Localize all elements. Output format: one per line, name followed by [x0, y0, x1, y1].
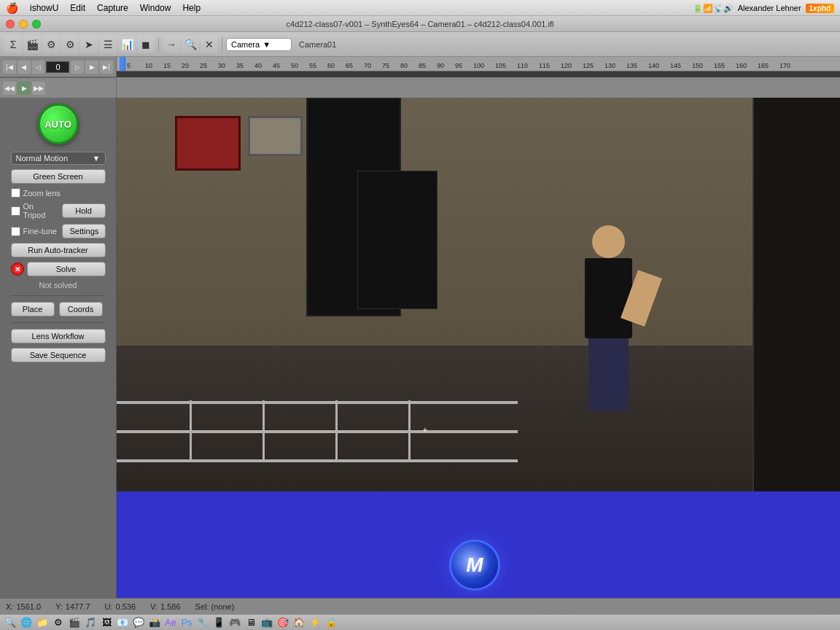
maximize-button[interactable] [32, 20, 41, 28]
toolbar-sum-icon[interactable]: Σ [4, 36, 22, 53]
fine-tune-checkbox[interactable] [11, 227, 20, 236]
dock-messages-icon[interactable]: 💬 [131, 615, 146, 630]
dock-prefs-icon[interactable]: ⚙ [51, 615, 66, 630]
dock-photos-icon[interactable]: 🖼 [99, 615, 114, 630]
solve-button[interactable]: Solve [27, 262, 106, 276]
dock-folder-icon[interactable]: 📁 [35, 615, 50, 630]
dock-tv-icon[interactable]: 📺 [260, 615, 274, 630]
panel-divider-1 [11, 295, 106, 296]
dock-phone-icon[interactable]: 📱 [211, 615, 226, 630]
toolbar-cog-icon[interactable]: ⚙ [61, 36, 79, 53]
toolbar-arrow-icon[interactable]: ➤ [80, 36, 98, 53]
toolbar-sep1 [158, 37, 159, 52]
transport-controls: |◀ ◀ ◁ 0 ▷ ▶ ▶| [0, 57, 117, 77]
menu-edit[interactable]: Edit [70, 3, 85, 13]
camera-dropdown[interactable]: Camera ▼ [226, 38, 292, 51]
dock-lightning-icon[interactable]: ⚡ [308, 615, 322, 630]
toolbar-search-icon[interactable]: 🔍 [182, 36, 199, 53]
tripod-checkbox-row: On Tripod [11, 202, 58, 219]
playback-controls: ◀◀ ▶ ▶▶ [0, 77, 117, 98]
person-head [592, 225, 625, 258]
close-button[interactable] [6, 20, 15, 28]
field-right-btn[interactable]: ▷ [71, 61, 84, 74]
dock-ps-icon[interactable]: Ps [179, 615, 194, 630]
dock-camera-icon[interactable]: 📸 [147, 615, 162, 630]
dock-game-icon[interactable]: 🎮 [228, 615, 242, 630]
status-u: U: 0.536 [105, 602, 136, 611]
timeline-ruler[interactable]: 5 10 15 20 25 30 35 40 45 50 55 60 65 70… [117, 57, 840, 71]
hold-button[interactable]: Hold [62, 203, 106, 218]
ruler-num-95: 95 [455, 62, 462, 69]
camera-view[interactable]: + [117, 98, 840, 491]
prev-end-btn[interactable]: |◀ [3, 61, 16, 74]
ruler-num-85: 85 [419, 62, 426, 69]
menu-window[interactable]: Window [140, 3, 171, 13]
logo-overlay: M [449, 540, 508, 598]
ruler-num-115: 115 [539, 62, 550, 69]
toolbar-arrow-right-icon[interactable]: → [163, 36, 180, 53]
apple-menu[interactable]: 🍎 [6, 2, 18, 14]
dock-music-icon[interactable]: 🎵 [83, 615, 98, 630]
menu-icons: 🔋📶📡🔊 [693, 4, 734, 13]
auto-button-label: AUTO [44, 119, 71, 130]
status-y: Y: 1477.7 [55, 602, 90, 611]
railing-top [117, 401, 518, 404]
toolbar-layers-icon[interactable]: ◼ [137, 36, 155, 53]
lens-workflow-button[interactable]: Lens Workflow [11, 329, 106, 343]
status-bar: X: 1561.0 Y: 1477.7 U: 0.536 V: 1.586 Se… [0, 598, 840, 614]
ruler-num-145: 145 [670, 62, 681, 69]
status-x: X: 1561.0 [6, 602, 41, 611]
play-btn[interactable]: ▶ [18, 82, 31, 95]
ruler-num-125: 125 [583, 62, 594, 69]
window-title: c4d212-class07-v001 – SynthEyes64 – Came… [287, 20, 554, 28]
place-button[interactable]: Place [11, 302, 55, 316]
save-sequence-button[interactable]: Save Sequence [11, 348, 106, 362]
zoom-lens-checkbox[interactable] [11, 188, 20, 198]
post-2 [262, 400, 265, 462]
menu-ishowu[interactable]: ishowU [30, 3, 58, 13]
toolbar-list-icon[interactable]: ☰ [99, 36, 117, 53]
tripod-row: On Tripod Hold [11, 202, 106, 219]
auto-button[interactable]: AUTO [38, 104, 79, 144]
status-v: V: 1.586 [150, 602, 181, 611]
dock-browser-icon[interactable]: 🌐 [19, 615, 34, 630]
on-tripod-checkbox[interactable] [11, 206, 20, 216]
post-1 [190, 400, 192, 462]
settings-button[interactable]: Settings [62, 224, 106, 238]
dock-target-icon[interactable]: 🎯 [276, 615, 290, 630]
playhead[interactable] [120, 57, 125, 71]
minimize-button[interactable] [19, 20, 28, 28]
solve-error-icon[interactable]: ✕ [11, 262, 24, 276]
toolbar-chart-icon[interactable]: 📊 [118, 36, 136, 53]
ruler-num-30: 30 [218, 62, 225, 69]
dock-ae-icon[interactable]: Ae [163, 615, 178, 630]
prev-btn[interactable]: ◀ [18, 61, 31, 74]
dock-cinema4d-icon[interactable]: 🎬 [67, 615, 82, 630]
next-end-btn[interactable]: ▶| [100, 61, 113, 74]
motion-type-dropdown[interactable]: Normal Motion ▼ [11, 152, 106, 165]
green-screen-button[interactable]: Green Screen [11, 169, 106, 184]
frame-number-input[interactable]: 0 [46, 61, 69, 73]
fast-forward-btn[interactable]: ▶▶ [32, 82, 45, 95]
solve-row: ✕ Solve [11, 262, 106, 276]
coords-button[interactable]: Coords [59, 302, 103, 316]
dock-mail-icon[interactable]: 📧 [115, 615, 130, 630]
menu-help[interactable]: Help [182, 3, 201, 13]
next-btn[interactable]: ▶ [85, 61, 98, 74]
dock-monitor-icon[interactable]: 🖥 [244, 615, 258, 630]
dock-home-icon[interactable]: 🏠 [292, 615, 306, 630]
menu-capture[interactable]: Capture [97, 3, 128, 13]
dock-lock-icon[interactable]: 🔒 [324, 615, 338, 630]
run-autotracker-button[interactable]: Run Auto-tracker [11, 243, 106, 257]
dock-tool-icon[interactable]: 🔧 [195, 615, 210, 630]
toolbar-gear-icon[interactable]: ⚙ [42, 36, 60, 53]
ruler-num-65: 65 [346, 62, 353, 69]
brand-circle-logo: M [449, 540, 500, 591]
main-toolbar: Σ 🎬 ⚙ ⚙ ➤ ☰ 📊 ◼ → 🔍 ✕ Camera ▼ Camera01 [0, 32, 840, 57]
toolbar-x-icon[interactable]: ✕ [201, 36, 218, 53]
toolbar-film-icon[interactable]: 🎬 [23, 36, 41, 53]
field-left-btn[interactable]: ◁ [32, 61, 45, 74]
dock-finder-icon[interactable]: 🔍 [3, 615, 18, 630]
ruler-num-40: 40 [254, 62, 262, 69]
rewind-btn[interactable]: ◀◀ [3, 82, 16, 95]
